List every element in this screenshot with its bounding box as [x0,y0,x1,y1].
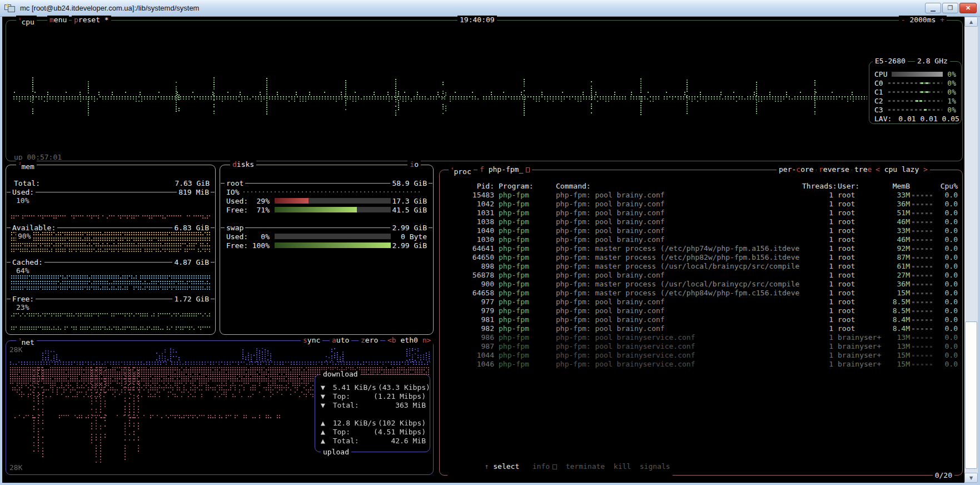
sort-control: < cpu lazy > [873,165,930,174]
net-info-box: download ▼ 5.41 KiB/s (43.3 Kibps) ▼ Top… [315,374,430,452]
mem-cached-graph [10,275,211,292]
io-toggle[interactable]: io [407,160,421,169]
net-sync-button[interactable]: sync [301,336,322,345]
proc-row[interactable]: 1030php-fpmphp-fpm: pool brainy.conf1roo… [444,235,958,244]
cpu-mini-meter [912,346,932,348]
net-zero-button[interactable]: zero [359,336,380,345]
titlebar[interactable]: mc [root@ub24.itdeveloper.com.ua]:/lib/s… [0,0,980,17]
iface-prev-button[interactable]: <b [387,336,396,344]
proc-row[interactable]: 979php-fpmphp-fpm: pool brainy.conf1root… [444,306,958,315]
load-average-row: LAV: 0.01 0.01 0.05 [870,114,961,123]
per-core-toggle[interactable]: per-core [777,165,816,174]
proc-row[interactable]: 64641php-fpmphp-fpm: master process (/et… [444,244,958,253]
cpu-info-box: E5-2680 2.8 GHz CPU 0% C0 0% C1 0% [869,61,962,124]
info-button[interactable]: info [533,462,550,471]
download-total-row: ▼ Total: 363 MiB [316,400,429,409]
core-row: C2 1% [870,96,961,105]
proc-row[interactable]: 982php-fpmphp-fpm: pool brainy.conf1root… [444,324,958,333]
disk-root-free-row: Free: 71% 41.5 GiB [221,205,432,214]
maximize-button[interactable]: ❐ [942,3,958,13]
cpu-mini-meter [912,319,932,321]
proc-box-title[interactable]: ⁴proc [449,165,474,176]
proc-row[interactable]: 977php-fpmphp-fpm: pool brainy.conf1root… [444,298,958,306]
proc-row[interactable]: 1042php-fpmphp-fpm: pool brainy.conf1roo… [444,200,958,209]
interval-minus-button[interactable]: - [901,16,906,24]
proc-box: ⁴proc f php-fpm_ per-core reverse tree <… [439,170,963,476]
scroll-up-icon[interactable]: ▲ [964,17,978,27]
putty-icon [4,4,16,13]
iface-next-button[interactable]: n> [422,336,431,344]
download-label: download [321,370,360,379]
disk-used-meter [275,198,391,204]
proc-row[interactable]: 981php-fpmphp-fpm: pool brainy.conf1root… [444,315,958,324]
proc-row[interactable]: 1040php-fpmphp-fpm: pool brainy.conf1roo… [444,226,958,235]
cpu-box-title[interactable]: ¹cpu [16,16,37,27]
mem-available-graph [10,232,211,254]
proc-row[interactable]: 1044php-fpmphp-fpm: pool brainyservice.c… [444,351,958,360]
proc-table: 15483php-fpmphp-fpm: pool brainy.conf1ro… [444,191,958,369]
download-speed-row: ▼ 5.41 KiB/s (43.3 Kibps) [316,383,429,392]
proc-row[interactable]: 900php-fpmphp-fpm: master process (/usr/… [444,280,958,289]
cpu-mini-meter [912,364,932,365]
interval-control: - 2000ms + [899,16,947,24]
core-meter [888,82,943,84]
proc-row[interactable]: 1031php-fpmphp-fpm: pool brainy.conf1roo… [444,209,958,217]
core-row: C0 0% [870,78,961,87]
sort-prev-icon[interactable]: < [875,165,880,174]
cpu-total-meter [892,72,943,77]
download-top-row: ▼ Top: (1.21 Mibps) [316,392,429,400]
net-box: ³net sync auto zero <b eth0 n> 28K 28K d… [6,340,434,475]
scrollbar[interactable]: ▲ ▼ [964,17,978,483]
proc-row[interactable]: 898php-fpmphp-fpm: master process (/usr/… [444,262,958,271]
sort-next-icon[interactable]: > [923,165,928,174]
mem-box-title[interactable]: ²mem [16,160,37,171]
menu-button[interactable]: menu [47,16,69,24]
disk-free-meter [275,207,391,212]
filter-input: php-fpm [489,165,519,174]
io-graph [243,191,422,192]
mem-cached-percent: 64% [16,266,29,275]
cpu-mini-meter [912,248,932,250]
net-auto-button[interactable]: auto [330,336,351,345]
mem-box: ²mem Total: 7.63 GiB Used: 819 MiB 10% A… [6,165,216,335]
proc-filter[interactable]: f php-fpm_ [477,165,532,174]
proc-row[interactable]: 1046php-fpmphp-fpm: pool brainyservice.c… [444,360,958,369]
proc-row[interactable]: 56878php-fpmphp-fpm: pool brainy.conf1ro… [444,271,958,280]
mem-used-percent: 10% [16,196,29,205]
disk-root-io-row: IO% [221,187,432,196]
proc-row[interactable]: 15483php-fpmphp-fpm: pool brainy.conf1ro… [444,191,958,200]
mem-available-percent: 90% [16,232,32,241]
close-button[interactable]: ✕ [959,3,977,13]
scroll-down-icon[interactable]: ▼ [964,473,978,483]
mem-free-row: Free: 1.72 GiB [7,294,215,303]
reverse-toggle[interactable]: reverse [817,165,852,174]
proc-row[interactable]: 986php-fpmphp-fpm: pool brainyservice.co… [444,333,958,342]
preset-button[interactable]: preset * [72,16,111,24]
upload-arrow-icon: ▲ 12.8 KiB/s [319,419,378,427]
net-scale-top: 28K [9,345,22,354]
cpu-model: E5-2680 [873,57,908,66]
interval-plus-button[interactable]: + [940,16,944,24]
tree-toggle[interactable]: tree [852,165,874,174]
cpu-mini-meter [912,257,932,259]
proc-row[interactable]: 64650php-fpmphp-fpm: master process (/et… [444,253,958,262]
proc-row[interactable]: 1038php-fpmphp-fpm: pool brainy.conf1roo… [444,217,958,226]
cpu-mini-meter [912,204,932,205]
proc-row[interactable]: 64658php-fpmphp-fpm: master process (/et… [444,289,958,298]
core-meter [888,91,943,93]
proc-row[interactable]: 987php-fpmphp-fpm: pool brainyservice.co… [444,342,958,351]
mem-cached-row: Cached: 4.87 GiB [7,258,215,266]
scrollbar-thumb[interactable] [965,321,977,469]
terminate-button[interactable]: terminate [566,462,605,471]
kill-button[interactable]: kill [614,462,631,471]
upload-label: upload [321,448,351,457]
signals-button[interactable]: signals [640,462,670,471]
net-interface-switcher: <b eth0 n> [385,336,433,345]
window-title: mc [root@ub24.itdeveloper.com.ua]:/lib/s… [20,4,199,12]
app-window: mc [root@ub24.itdeveloper.com.ua]:/lib/s… [0,0,980,485]
disk-root-used-row: Used: 29% 17.3 GiB [221,196,432,205]
clear-filter-icon[interactable] [526,167,530,172]
select-button[interactable]: select [493,462,519,471]
upload-total-row: ▲ Total: 42.6 MiB [316,436,429,445]
minimize-button[interactable]: ▁ [925,3,941,13]
